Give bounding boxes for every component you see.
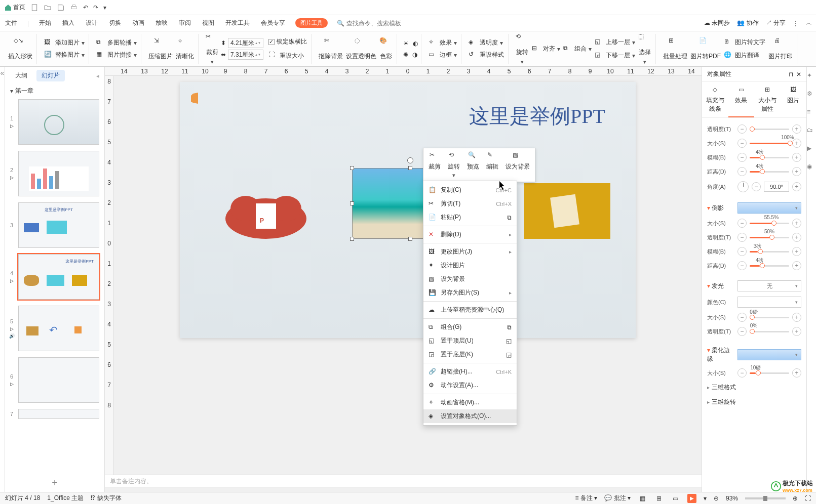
batch-process-button[interactable]: ⊞批量处理 [662, 36, 688, 62]
undo-icon[interactable]: ↶ [83, 4, 88, 11]
tab-slides[interactable]: 幻灯片 [36, 70, 65, 81]
section-reflection[interactable]: ▾ 倒影 [707, 204, 734, 213]
angle-input[interactable]: 90.0° [764, 182, 789, 192]
mini-set-bg[interactable]: ▧设为背景 [502, 150, 533, 180]
dock-collapse-icon[interactable]: « [1, 69, 5, 77]
add-image-button[interactable]: 🖼添加图片 ▾ [43, 37, 86, 49]
chapter-heading[interactable]: ▾ 第一章 [5, 85, 104, 97]
ctx-set-bg[interactable]: ▧设为背景 [423, 272, 517, 286]
rotate-button[interactable]: ⟲旋转▾ [515, 32, 530, 66]
brightness-icon[interactable]: ☀ [403, 40, 409, 47]
thumb-6[interactable] [18, 357, 99, 403]
contrast-icon[interactable]: ◐ [413, 40, 418, 47]
align-button[interactable]: ⊟对齐 ▾ [531, 44, 561, 55]
crop-button[interactable]: ✂裁剪▾ [205, 32, 220, 66]
menu-file[interactable]: 文件 [4, 17, 18, 29]
collapse-ribbon[interactable]: ︿ [806, 19, 812, 27]
menu-view[interactable]: 视图 [201, 17, 215, 29]
search-input[interactable] [346, 20, 417, 27]
collab-button[interactable]: 👥 协作 [737, 19, 758, 27]
dec-size[interactable]: − [737, 139, 747, 148]
reflection-preset[interactable] [737, 202, 801, 214]
slideshow-button[interactable]: ▶ [687, 494, 696, 503]
ctx-change-pic[interactable]: 🖼更改图片(J)▸ [423, 245, 517, 259]
view-reading-icon[interactable]: ▭ [671, 494, 680, 503]
slider-glow-trans[interactable]: 0% [750, 331, 789, 332]
notes-area[interactable]: 单击备注内容。 [105, 475, 702, 487]
zoom-value[interactable]: 93% [726, 495, 738, 502]
menu-transition[interactable]: 切换 [108, 17, 122, 29]
menu-picture-tools[interactable]: 图片工具 [295, 18, 328, 28]
ctx-action[interactable]: ⚙动作设置(A)... [423, 379, 517, 392]
ctx-save-as-pic[interactable]: 💾另存为图片(S)▸ [423, 286, 517, 300]
inc-angle[interactable]: + [792, 182, 801, 191]
reset-size-button[interactable]: ⛶重设大小 [267, 50, 308, 61]
print-icon[interactable] [70, 4, 78, 12]
sync-status[interactable]: ☁ 未同步 [704, 19, 730, 27]
thumb-1[interactable] [18, 99, 99, 145]
dec-dist[interactable]: − [737, 167, 747, 176]
width-input[interactable]: 7.31厘米▲▼ [228, 50, 263, 60]
menu-animation[interactable]: 动画 [131, 17, 145, 29]
set-transparent-button[interactable]: ◌设置透明色 [345, 36, 377, 62]
select-button[interactable]: ⬚选择▾ [637, 32, 652, 66]
resize-handle-tl[interactable] [350, 166, 354, 170]
ctx-send-bottom[interactable]: ◲置于底层(K)◲ [423, 348, 517, 361]
effects-button[interactable]: ✧效果 ▾ [428, 37, 458, 49]
section-3d-format[interactable]: 三维格式 [707, 380, 801, 395]
lock-ratio-checkbox[interactable]: 锁定纵横比 [267, 36, 308, 47]
slider-glow-size[interactable]: 0磅 [750, 317, 789, 318]
glow-preset[interactable]: 无 [737, 280, 801, 291]
resize-handle-bl[interactable] [350, 237, 354, 241]
zoom-in[interactable]: ⊕ [793, 495, 798, 502]
inc-size[interactable]: + [792, 139, 801, 148]
dec-blur[interactable]: − [737, 153, 747, 162]
more-menu[interactable]: ⋮ [793, 20, 799, 27]
multi-carousel-button[interactable]: ⧉多图轮播 ▾ [95, 37, 138, 49]
missing-font[interactable]: ⁉ 缺失字体 [91, 494, 121, 502]
insert-shape-button[interactable]: ◇↘插入形状 [7, 36, 33, 62]
mini-rotate[interactable]: ⟲旋转▾ [445, 150, 463, 180]
thumb-4[interactable]: 这里是举例PPT [18, 254, 99, 300]
slide-canvas[interactable]: 这里是举例PPT P ✂裁剪 ⟲旋转▾ [180, 82, 636, 338]
dock-template-icon[interactable]: ≡ [807, 108, 816, 117]
resize-handle-t[interactable] [408, 166, 412, 170]
comments-toggle[interactable]: 💬 批注 ▾ [604, 494, 631, 502]
tab-picture[interactable]: 🖼图片 [781, 82, 807, 117]
replace-image-button[interactable]: 🔄替换图片 ▾ [43, 50, 86, 61]
dec-angle[interactable]: − [752, 182, 761, 191]
tab-outline[interactable]: 大纲 [10, 70, 32, 81]
dock-animation-icon[interactable]: ▶ [807, 145, 816, 154]
slider-trans[interactable] [750, 129, 789, 130]
to-pdf-button[interactable]: 📄图片转PDF [689, 36, 722, 62]
height-input[interactable]: 4.21厘米▲▼ [228, 38, 263, 48]
transparency-button[interactable]: ◈透明度 ▾ [468, 37, 505, 49]
view-sorter-icon[interactable]: ⊞ [654, 494, 664, 503]
ctx-delete[interactable]: ✕删除(D)▸ [423, 228, 517, 241]
ctx-cut[interactable]: ✂剪切(T)Ctrl+X [423, 197, 517, 211]
dock-settings-icon[interactable]: ⚙ [807, 90, 816, 99]
resize-handle-b[interactable] [408, 237, 412, 241]
slider-refl-size[interactable]: 55.5% [750, 223, 789, 224]
mini-crop[interactable]: ✂裁剪 [425, 150, 444, 180]
zoom-slider[interactable] [745, 497, 786, 499]
tab-size[interactable]: ⊞大小与属性 [754, 82, 781, 117]
dock-help-icon[interactable]: ◉ [807, 163, 816, 172]
mini-edit[interactable]: ✎编辑 [483, 150, 501, 180]
brightness-down-icon[interactable]: ✺ [403, 51, 408, 58]
angle-dial[interactable] [737, 181, 749, 192]
zoom-out[interactable]: ⊖ [714, 495, 719, 502]
ctx-upload[interactable]: ☁上传至稻壳资源中心(Q) [423, 303, 517, 317]
menu-review[interactable]: 审阅 [178, 17, 192, 29]
command-search[interactable]: 🔍 [337, 20, 417, 27]
dock-design-icon[interactable]: ✦ [807, 72, 816, 81]
ctx-paste[interactable]: 📄粘贴(P)⧉ [423, 211, 517, 224]
bring-forward-button[interactable]: ◱上移一层 ▾ [594, 37, 636, 48]
print-image-button[interactable]: 🖨图片打印 [767, 36, 794, 62]
reset-style-button[interactable]: ↺重设样式 [468, 50, 505, 61]
redo-icon[interactable]: ↷ [93, 4, 98, 11]
translate-button[interactable]: 🌐图片翻译 [723, 50, 766, 61]
menu-slideshow[interactable]: 放映 [154, 17, 169, 29]
dec-trans[interactable]: − [737, 124, 747, 134]
compress-button[interactable]: ⇲压缩图片 [147, 36, 174, 62]
